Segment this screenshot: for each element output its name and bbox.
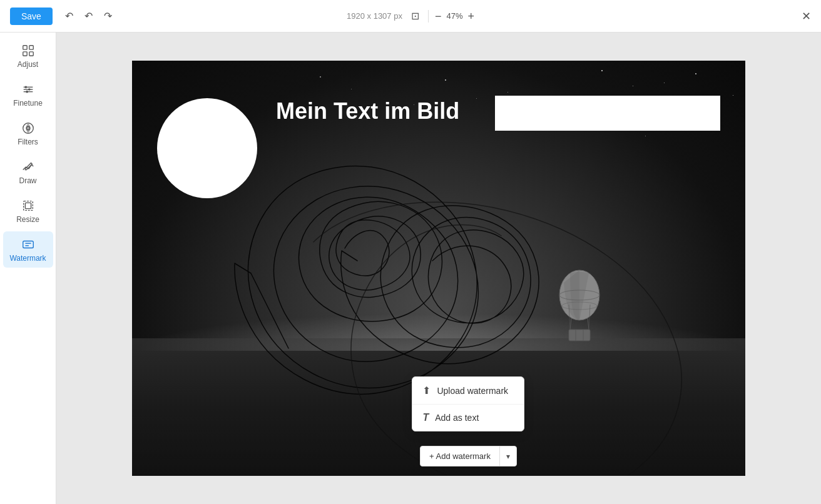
sidebar-draw-label: Draw (19, 176, 36, 185)
horizon-glow (132, 313, 745, 351)
svg-rect-14 (23, 241, 33, 248)
svg-rect-13 (25, 203, 31, 208)
undo-button[interactable]: ↶ (63, 8, 76, 24)
svg-line-20 (570, 318, 571, 330)
sidebar-finetune-label: Finetune (13, 99, 43, 108)
add-watermark-arrow-btn[interactable]: ▾ (500, 447, 516, 466)
sidebar: Adjust Finetune Filters (0, 33, 56, 504)
zoom-in-button[interactable]: + (467, 11, 474, 22)
sidebar-resize-label: Resize (16, 215, 39, 224)
moon (157, 98, 257, 198)
topbar-center: 1920 x 1307 px ⊡ − 47% + (347, 8, 474, 24)
add-watermark-main-btn[interactable]: + Add watermark (421, 446, 500, 466)
sidebar-item-watermark[interactable]: Watermark (3, 231, 53, 268)
add-text-label: Add as text (435, 413, 479, 423)
redo-button[interactable]: ↷ (101, 8, 115, 24)
text-icon: T (422, 412, 429, 423)
main-area: Adjust Finetune Filters (0, 33, 821, 504)
svg-rect-0 (23, 46, 26, 49)
close-button[interactable]: ✕ (802, 9, 811, 23)
svg-rect-24 (569, 330, 590, 341)
undo-redo-controls: ↶ ↶ ↷ (63, 8, 115, 24)
sidebar-watermark-label: Watermark (9, 254, 46, 263)
sidebar-item-draw[interactable]: Draw (3, 154, 53, 190)
balloon-container (551, 267, 608, 345)
watermark-dropdown-area: ⬆ Upload watermark T Add as text + Add w… (420, 446, 517, 466)
sidebar-item-finetune[interactable]: Finetune (3, 76, 53, 113)
sidebar-item-adjust[interactable]: Adjust (3, 38, 53, 74)
save-button[interactable]: Save (10, 8, 53, 25)
resize-icon (21, 199, 35, 213)
watermark-icon (21, 238, 35, 251)
svg-point-8 (28, 88, 31, 91)
zoom-level: 47% (446, 11, 462, 21)
watermark-dropdown-menu: ⬆ Upload watermark T Add as text (412, 376, 524, 431)
svg-point-7 (24, 86, 27, 89)
zoom-out-button[interactable]: − (435, 11, 442, 22)
canvas-area: Mein Text im Bild (56, 33, 821, 504)
upload-watermark-label: Upload watermark (437, 386, 508, 396)
topbar: Save ↶ ↶ ↷ 1920 x 1307 px ⊡ − 47% + ✕ (0, 0, 821, 33)
undo2-button[interactable]: ↶ (82, 8, 95, 24)
add-watermark-button[interactable]: + Add watermark ▾ (420, 446, 517, 466)
image-watermark-box (495, 96, 720, 131)
balloon-svg (551, 267, 608, 342)
sidebar-filters-label: Filters (18, 138, 38, 146)
svg-point-9 (26, 91, 28, 93)
draw-icon (21, 160, 35, 174)
finetune-icon (21, 83, 35, 96)
filters-icon (21, 121, 35, 135)
text-watermark: Mein Text im Bild (276, 98, 459, 124)
upload-icon: ⬆ (422, 385, 431, 396)
zoom-controls: − 47% + (435, 11, 474, 22)
sidebar-adjust-label: Adjust (18, 60, 38, 69)
upload-watermark-item[interactable]: ⬆ Upload watermark (412, 377, 524, 404)
svg-rect-3 (29, 52, 33, 56)
sidebar-item-resize[interactable]: Resize (3, 193, 53, 229)
divider (428, 10, 429, 23)
image-dimensions: 1920 x 1307 px (347, 11, 402, 21)
svg-rect-2 (23, 52, 26, 56)
svg-rect-1 (29, 46, 33, 49)
adjust-icon (21, 44, 35, 58)
add-text-item[interactable]: T Add as text (412, 405, 524, 431)
layout-toggle-icon[interactable]: ⊡ (409, 8, 422, 24)
svg-line-21 (588, 318, 589, 330)
sidebar-item-filters[interactable]: Filters (3, 115, 53, 151)
